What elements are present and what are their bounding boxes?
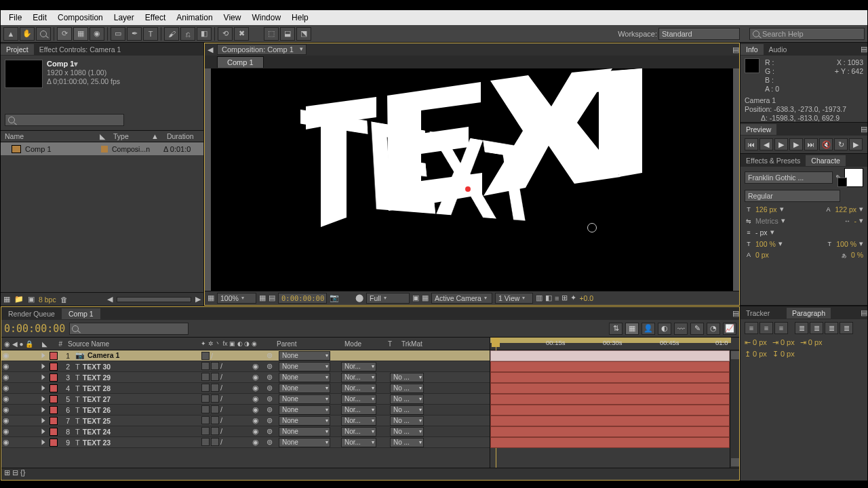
visibility-toggle[interactable]: ◉ [1, 394, 11, 403]
workspace-dropdown[interactable]: Standard [658, 28, 740, 40]
justify-all-button[interactable]: ≣ [840, 322, 853, 334]
menu-composition[interactable]: Composition [52, 13, 108, 22]
layer-color-swatch[interactable] [50, 406, 58, 414]
last-frame-button[interactable]: ⏭ [804, 138, 818, 150]
zoom-tool[interactable] [36, 27, 51, 41]
layer-row-8[interactable]: ◉8TTEXT 24 / ◉⊚NoneNor...No ... [1, 426, 490, 437]
indent-first[interactable]: 0 px [781, 338, 795, 346]
rotation-tool[interactable]: ⟳ [57, 27, 72, 41]
comp-tab[interactable]: Comp 1 [217, 56, 264, 68]
character-tab[interactable]: Characte [806, 155, 846, 166]
align-left-button[interactable]: ≡ [745, 322, 758, 334]
scroll-down-button[interactable] [731, 458, 739, 466]
layer-bar-6[interactable] [490, 405, 730, 415]
twirl-icon[interactable] [42, 375, 45, 380]
trkmat-dropdown[interactable]: No ... [390, 394, 424, 404]
view-axis[interactable]: ⬔ [296, 27, 311, 41]
trkmat-dropdown[interactable]: No ... [390, 416, 424, 426]
layer-row-5[interactable]: ◉5TTEXT 27 / ◉⊚NoneNor...No ... [1, 394, 490, 405]
leading-value[interactable]: 122 px [835, 205, 856, 214]
autokeyframe-button[interactable]: ◔ [707, 323, 720, 335]
font-size-value[interactable]: 126 px [755, 205, 777, 214]
parent-dropdown[interactable]: None [279, 384, 330, 393]
render-queue-tab[interactable]: Render Queue [1, 308, 62, 319]
layer-bar-8[interactable] [490, 426, 730, 437]
ram-preview-button[interactable]: ▶ [849, 138, 863, 150]
visibility-toggle[interactable]: ◉ [1, 373, 11, 382]
hand-tool[interactable]: ✋ [20, 27, 35, 41]
hscale-value[interactable]: 100 % [836, 240, 856, 248]
mode-dropdown[interactable]: Nor... [341, 405, 376, 415]
world-axis[interactable]: ⬓ [280, 27, 295, 41]
layer-bar-9[interactable] [490, 437, 730, 448]
twirl-icon[interactable] [42, 429, 45, 434]
layer-row-4[interactable]: ◉4TTEXT 28 / ◉⊚NoneNor...No ... [1, 383, 490, 394]
project-row-comp1[interactable]: Comp 1 Composi...n Δ 0:01:0 [1, 142, 203, 155]
visibility-toggle[interactable]: ◉ [1, 438, 11, 447]
panbehind-tool[interactable]: ◉ [90, 27, 104, 41]
font-style-dropdown[interactable]: Regular [745, 190, 840, 202]
visibility-toggle[interactable]: ◉ [1, 384, 11, 392]
roi-icon[interactable]: ▣ [412, 293, 419, 302]
timeline-icon[interactable]: ≡ [555, 294, 559, 302]
space-before[interactable]: 0 px [753, 350, 767, 358]
motionblur-button[interactable]: 〰 [674, 323, 688, 335]
layer-color-swatch[interactable] [50, 384, 58, 392]
comp-breadcrumb[interactable]: Composition: Comp 1 [217, 44, 307, 55]
prev-frame-button[interactable]: ◀ [760, 138, 773, 150]
twirl-icon[interactable] [42, 396, 45, 402]
mode-dropdown[interactable]: Nor... [341, 416, 376, 426]
baseline-value[interactable]: 0 px [755, 251, 769, 259]
pen-tool[interactable]: ✒ [127, 27, 142, 41]
paragraph-tab[interactable]: Paragraph [787, 308, 831, 319]
mask-icon[interactable]: ▤ [269, 293, 275, 302]
comp-mini-flow-button[interactable]: ⇅ [609, 323, 623, 335]
layer-row-1[interactable]: ◉1📷Camera 1 /⊚None [1, 350, 490, 361]
project-tab[interactable]: Project [1, 44, 34, 55]
twirl-icon[interactable] [42, 353, 45, 359]
layer-bar-4[interactable] [490, 383, 730, 394]
timeline-tracks[interactable]: 00:15s 00:30s 00:45s 01:0 [490, 338, 739, 468]
layer-row-2[interactable]: ◉2TTEXT 30 / ◉⊚NoneNor... [1, 361, 490, 372]
mode-dropdown[interactable]: Nor... [341, 373, 376, 382]
tracking-value[interactable]: - [854, 217, 857, 225]
layer-bar-1[interactable] [490, 350, 730, 361]
align-center-button[interactable]: ≡ [760, 322, 773, 334]
puppet-tool[interactable]: ✖ [234, 27, 249, 41]
scroll-up-button[interactable] [731, 351, 739, 359]
trkmat-dropdown[interactable]: No ... [390, 427, 424, 436]
resolution-dropdown[interactable]: Full [366, 293, 410, 304]
space-after[interactable]: 0 px [781, 350, 795, 358]
menu-window[interactable]: Window [246, 13, 286, 22]
mode-dropdown[interactable]: Nor... [341, 438, 376, 447]
menu-effect[interactable]: Effect [140, 13, 171, 22]
justify-center-button[interactable]: ≣ [810, 322, 823, 334]
clone-tool[interactable]: ⎌ [180, 27, 195, 41]
timeline-search[interactable] [69, 323, 189, 335]
folder-icon[interactable]: 📁 [14, 295, 24, 304]
snapshot-icon[interactable]: 📷 [330, 293, 339, 302]
vscale-value[interactable]: 100 % [755, 240, 776, 248]
selection-tool[interactable]: ▲ [3, 27, 18, 41]
roto-tool[interactable]: ⟲ [218, 27, 233, 41]
transparency-icon[interactable]: ▦ [422, 293, 429, 302]
parent-dropdown[interactable]: None [279, 416, 330, 426]
layer-color-swatch[interactable] [50, 373, 58, 382]
nviews-dropdown[interactable]: 1 View [495, 293, 533, 304]
layer-color-swatch[interactable] [50, 395, 58, 403]
info-tab[interactable]: Info [741, 44, 764, 55]
parent-dropdown[interactable]: None [279, 438, 330, 447]
channel-icon[interactable]: ⬤ [355, 293, 363, 302]
eraser-tool[interactable]: ◧ [197, 27, 212, 41]
stroke-width[interactable]: - px [755, 228, 768, 237]
frameblend-button[interactable]: ◐ [658, 323, 671, 335]
newcomp-icon[interactable]: ▣ [28, 295, 35, 304]
kerning-value[interactable]: Metrics [755, 217, 778, 225]
menu-layer[interactable]: Layer [108, 13, 140, 22]
visibility-toggle[interactable]: ◉ [1, 405, 11, 414]
layer-color-swatch[interactable] [50, 363, 58, 371]
preview-tab[interactable]: Preview [741, 124, 776, 135]
layer-color-swatch[interactable] [50, 439, 58, 447]
layer-bar-2[interactable] [490, 361, 730, 372]
visibility-toggle[interactable]: ◉ [1, 416, 11, 425]
